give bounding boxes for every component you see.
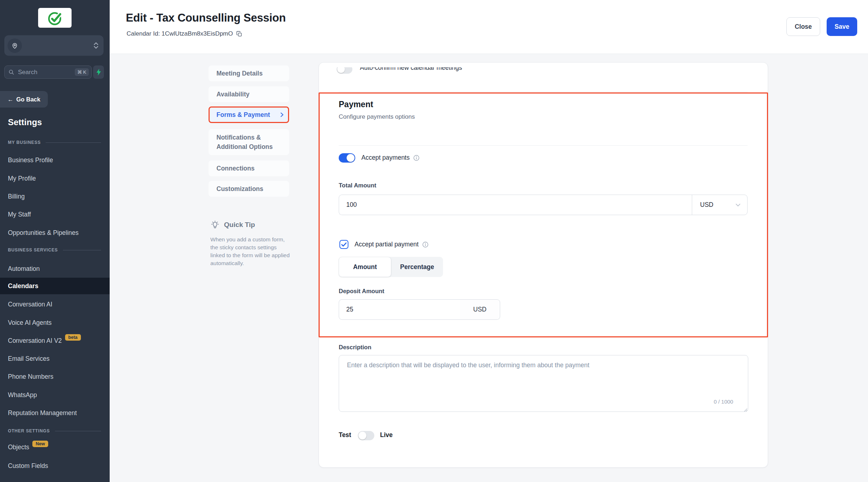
chevron-updown-icon bbox=[93, 42, 99, 49]
brand-logo[interactable] bbox=[38, 8, 72, 28]
sidebar-item-business-profile[interactable]: Business Profile bbox=[0, 155, 110, 165]
accept-payments-label: Accept payments bbox=[361, 154, 420, 162]
deposit-amount-input[interactable] bbox=[339, 300, 460, 319]
search-shortcut-badge: ⌘ K bbox=[75, 68, 89, 76]
sidebar: ⌘ K ← Go Back Settings MY BUSINESS Busin… bbox=[0, 0, 110, 482]
chevron-right-icon bbox=[279, 112, 284, 117]
total-amount-field bbox=[339, 195, 692, 215]
sidebar-item-opportunities-pipelines[interactable]: Opportunities & Pipelines bbox=[0, 227, 110, 238]
location-pin-icon bbox=[8, 38, 22, 53]
section-other-settings: OTHER SETTINGS bbox=[0, 427, 110, 435]
currency-value: USD bbox=[700, 201, 713, 209]
check-circle-icon bbox=[47, 10, 63, 26]
close-button[interactable]: Close bbox=[786, 17, 820, 36]
section-divider bbox=[339, 145, 748, 146]
lightbulb-icon bbox=[210, 220, 220, 229]
char-counter: 0 / 1000 bbox=[714, 399, 733, 405]
page-header: Edit - Tax Counselling Session Calendar … bbox=[110, 0, 868, 54]
auto-confirm-toggle[interactable] bbox=[337, 67, 352, 74]
forms-payment-panel: Auto-confirm new calendar meetings Payme… bbox=[319, 62, 768, 468]
section-my-business: MY BUSINESS bbox=[0, 139, 110, 146]
deposit-currency-suffix: USD bbox=[460, 299, 500, 320]
accept-payments-toggle[interactable] bbox=[339, 153, 355, 163]
sidebar-item-my-profile[interactable]: My Profile bbox=[0, 173, 110, 184]
quick-tip-header: Quick Tip bbox=[210, 220, 255, 229]
live-label: Live bbox=[380, 431, 393, 439]
search-icon bbox=[8, 69, 14, 75]
beta-badge: beta bbox=[65, 334, 81, 341]
deposit-currency-value: USD bbox=[473, 306, 486, 313]
resize-handle-icon[interactable] bbox=[743, 407, 748, 413]
test-label: Test bbox=[339, 431, 351, 439]
tab-forms-payment[interactable]: Forms & Payment bbox=[209, 106, 289, 123]
sidebar-item-phone-numbers[interactable]: Phone Numbers bbox=[0, 371, 110, 382]
currency-select[interactable]: USD bbox=[692, 195, 748, 215]
panel-scroll-area: Auto-confirm new calendar meetings Payme… bbox=[319, 67, 768, 467]
segment-amount[interactable]: Amount bbox=[339, 257, 391, 277]
tab-customizations[interactable]: Customizations bbox=[209, 181, 289, 197]
sidebar-item-objects[interactable]: Objects New bbox=[0, 442, 110, 453]
partial-payment-mode-segment: Amount Percentage bbox=[339, 257, 443, 277]
sidebar-item-whatsapp[interactable]: WhatsApp bbox=[0, 390, 110, 400]
sidebar-item-my-staff[interactable]: My Staff bbox=[0, 209, 110, 220]
calendar-id: Calendar Id: 1CwlUtzaBm8x3EisDpmO bbox=[127, 30, 243, 37]
sidebar-item-billing[interactable]: Billing bbox=[0, 191, 110, 202]
section-divider bbox=[339, 92, 748, 92]
sidebar-item-reputation-management[interactable]: Reputation Management bbox=[0, 408, 110, 418]
copy-icon[interactable] bbox=[236, 31, 243, 37]
payment-section-subtitle: Configure payments options bbox=[339, 113, 415, 120]
tab-notifications-additional-options[interactable]: Notifications &Additional Options bbox=[209, 129, 289, 155]
deposit-amount-field bbox=[339, 299, 460, 320]
tab-availability[interactable]: Availability bbox=[209, 86, 289, 102]
go-back-label: Go Back bbox=[16, 96, 40, 103]
payment-section-title: Payment bbox=[339, 100, 373, 109]
info-icon bbox=[413, 155, 420, 161]
sidebar-item-automation[interactable]: Automation bbox=[0, 263, 110, 274]
app-window: ⌘ K ← Go Back Settings MY BUSINESS Busin… bbox=[0, 0, 868, 482]
save-button[interactable]: Save bbox=[827, 17, 857, 36]
page-title: Edit - Tax Counselling Session bbox=[126, 12, 286, 24]
go-back-button[interactable]: ← Go Back bbox=[0, 91, 48, 108]
location-switcher[interactable] bbox=[4, 35, 104, 56]
sidebar-title: Settings bbox=[8, 117, 42, 127]
sidebar-item-custom-fields[interactable]: Custom Fields bbox=[0, 460, 110, 471]
checkmark-icon bbox=[341, 242, 347, 247]
accept-partial-label: Accept partial payment bbox=[355, 241, 429, 248]
sidebar-item-conversation-ai[interactable]: Conversation AI bbox=[0, 299, 110, 310]
search-box[interactable]: ⌘ K bbox=[4, 65, 92, 79]
tab-connections[interactable]: Connections bbox=[209, 160, 289, 176]
chevron-down-icon bbox=[735, 203, 741, 207]
tab-meeting-details[interactable]: Meeting Details bbox=[209, 65, 289, 81]
segment-percentage[interactable]: Percentage bbox=[391, 257, 443, 277]
lightning-bolt-icon bbox=[96, 69, 101, 76]
quick-tip-body: When you add a custom form, the sticky c… bbox=[210, 236, 290, 267]
quick-actions-button[interactable] bbox=[93, 65, 104, 79]
section-business-services: BUSINESS SERVICES bbox=[0, 246, 110, 254]
info-icon bbox=[422, 241, 429, 248]
back-arrow-icon: ← bbox=[8, 96, 14, 103]
accept-partial-checkbox[interactable] bbox=[339, 240, 348, 249]
sidebar-item-conversation-ai-v2[interactable]: Conversation AI V2 beta bbox=[0, 335, 110, 346]
test-live-toggle[interactable] bbox=[358, 431, 374, 440]
total-amount-label: Total Amount bbox=[339, 182, 376, 189]
description-label: Description bbox=[339, 344, 371, 351]
auto-confirm-label: Auto-confirm new calendar meetings bbox=[360, 67, 462, 72]
new-badge: New bbox=[32, 441, 48, 447]
description-textarea[interactable] bbox=[339, 355, 748, 412]
search-input[interactable] bbox=[17, 68, 65, 76]
quick-tip-title: Quick Tip bbox=[224, 221, 255, 229]
total-amount-input[interactable] bbox=[339, 195, 692, 215]
sidebar-item-email-services[interactable]: Email Services bbox=[0, 353, 110, 364]
sidebar-item-voice-ai-agents[interactable]: Voice AI Agents bbox=[0, 317, 110, 328]
sidebar-item-calendars[interactable]: Calendars bbox=[0, 278, 110, 294]
deposit-amount-label: Deposit Amount bbox=[339, 288, 384, 295]
